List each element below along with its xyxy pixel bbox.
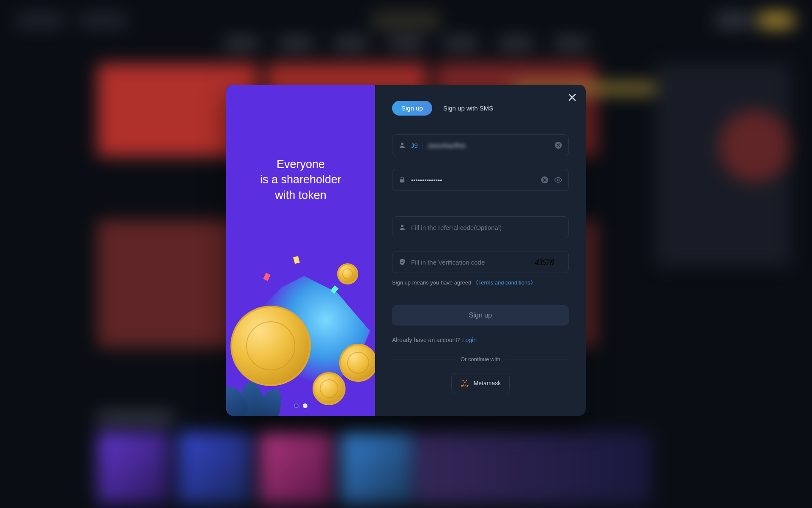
clear-icon <box>554 144 562 151</box>
username-field[interactable]: J9 <box>392 134 569 156</box>
carousel-dot-0[interactable] <box>294 403 299 408</box>
svg-marker-6 <box>465 380 468 382</box>
password-input[interactable] <box>411 177 535 184</box>
promo-line-1: Everyone <box>226 157 375 172</box>
verification-input[interactable] <box>411 259 521 266</box>
referral-input[interactable] <box>411 224 562 231</box>
clear-icon <box>540 178 549 185</box>
close-button[interactable] <box>566 91 578 103</box>
terms-row: Sign up means you have agreed 《Terms and… <box>392 279 569 287</box>
terms-prefix: Sign up means you have agreed <box>392 279 473 286</box>
have-account-prefix: Already have an account? <box>392 337 462 343</box>
clear-username-button[interactable] <box>554 141 562 149</box>
signup-form-panel: Sign up Sign up with SMS J9 <box>375 85 586 416</box>
login-link[interactable]: Login <box>462 337 477 343</box>
carousel-dot-1[interactable] <box>303 403 307 408</box>
terms-link[interactable]: 《Terms and conditions》 <box>473 279 536 286</box>
user-icon <box>398 224 406 231</box>
captcha-image[interactable]: 43578 <box>525 254 563 270</box>
signup-modal: Everyone is a shareholder with token Sig… <box>226 85 586 416</box>
promo-line-3: with token <box>226 188 375 203</box>
eye-icon <box>554 178 562 185</box>
svg-marker-7 <box>461 380 464 382</box>
promo-heading: Everyone is a shareholder with token <box>226 157 375 203</box>
signup-submit-button[interactable]: Sign up <box>392 305 569 326</box>
close-icon <box>566 97 578 105</box>
username-prefix: J9 <box>411 142 422 149</box>
svg-marker-12 <box>464 386 465 387</box>
promo-panel: Everyone is a shareholder with token <box>226 85 375 416</box>
have-account-row: Already have an account? Login <box>392 337 569 343</box>
lock-icon <box>398 176 406 184</box>
svg-point-5 <box>401 225 403 227</box>
carousel-dots <box>294 403 307 408</box>
username-input[interactable] <box>428 142 549 149</box>
promo-line-2: is a shareholder <box>226 172 375 187</box>
shield-check-icon <box>398 258 406 266</box>
metamask-icon <box>460 378 469 388</box>
promo-illustration <box>226 85 375 416</box>
svg-point-0 <box>401 143 403 145</box>
toggle-password-visibility[interactable] <box>554 176 562 184</box>
referral-field[interactable] <box>392 216 569 238</box>
continue-divider: Or continue with <box>392 355 569 363</box>
continue-label: Or continue with <box>455 356 506 362</box>
clear-password-button[interactable] <box>540 176 549 184</box>
svg-marker-9 <box>461 385 464 387</box>
tab-signup[interactable]: Sign up <box>392 101 432 116</box>
svg-point-4 <box>557 179 560 181</box>
password-field[interactable] <box>392 169 569 191</box>
tab-signup-sms[interactable]: Sign up with SMS <box>443 105 493 112</box>
svg-marker-13 <box>464 382 466 383</box>
metamask-label: Metamask <box>474 380 501 387</box>
svg-rect-2 <box>400 179 405 183</box>
svg-marker-8 <box>466 385 469 387</box>
user-icon <box>398 141 406 149</box>
metamask-button[interactable]: Metamask <box>451 373 510 393</box>
svg-marker-14 <box>463 383 464 386</box>
signup-tabs: Sign up Sign up with SMS <box>392 101 569 116</box>
svg-marker-15 <box>465 383 466 386</box>
verification-field[interactable]: 43578 <box>392 251 569 273</box>
